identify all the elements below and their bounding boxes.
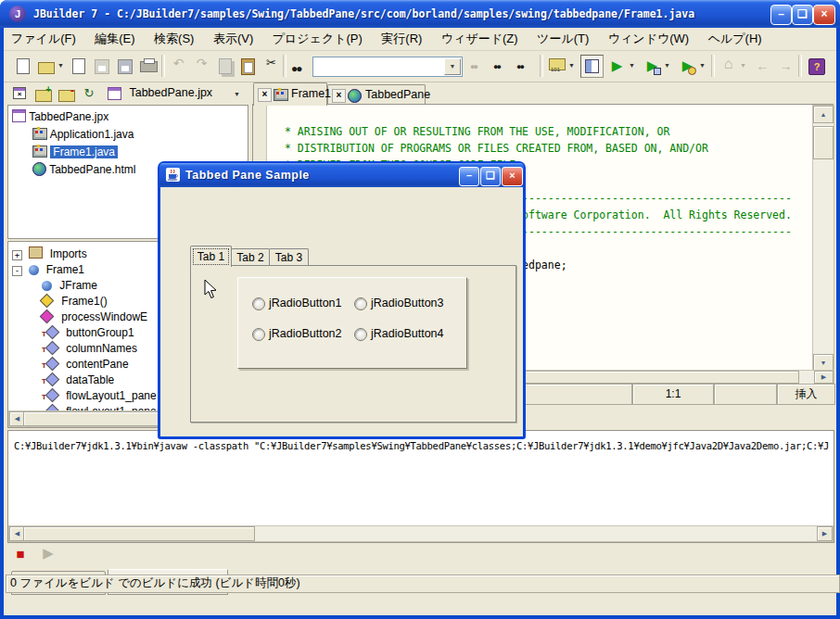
debug-button[interactable]: ▶	[641, 55, 664, 78]
editor-tab-tabbedpane[interactable]: × TabbedPane	[327, 84, 426, 106]
search-again-button[interactable]: ●●	[467, 55, 490, 78]
save-button[interactable]	[90, 55, 113, 78]
home-button[interactable]: ⌂	[717, 55, 740, 78]
tabbed-pane-sample-window[interactable]: Tabbed Pane Sample – ❏ × Tab 1 Tab 2 Tab…	[158, 161, 526, 439]
tree-item-frame1-java[interactable]: Frame1.java	[32, 145, 118, 160]
search-input[interactable]	[315, 59, 445, 74]
forward-button[interactable]: →	[774, 55, 797, 78]
dialog-tab-2[interactable]: Tab 2	[231, 248, 270, 267]
save-icon	[95, 59, 109, 74]
find-references-button[interactable]: ●●	[514, 55, 537, 78]
dialog-close-button[interactable]: ×	[502, 167, 523, 186]
run-button[interactable]: ▶	[605, 55, 629, 78]
menu-file[interactable]: ファイル(F)	[4, 28, 83, 50]
tree-item-project[interactable]: TabbedPane.jpx	[12, 109, 108, 125]
refresh-project-button[interactable]: ↻	[79, 83, 99, 104]
menu-help[interactable]: ヘルプ(H)	[701, 28, 770, 50]
open-file-button[interactable]	[34, 55, 57, 78]
view-toggle-button[interactable]	[580, 55, 604, 78]
menu-view[interactable]: 表示(V)	[206, 28, 261, 50]
run-dropdown[interactable]: ▼	[629, 62, 635, 69]
dialog-tab-3[interactable]: Tab 3	[269, 248, 309, 267]
maximize-button[interactable]: ❏	[792, 5, 813, 25]
structure-item-processwindowevent[interactable]: processWindowE	[42, 310, 147, 325]
structure-item-columnnames[interactable]: T columnNames	[42, 341, 137, 357]
remove-from-project-button[interactable]: -	[56, 83, 76, 104]
resume-button[interactable]: ▶	[39, 543, 57, 563]
close-project-button[interactable]: ×	[9, 83, 30, 104]
find-button[interactable]: ●●	[288, 55, 312, 78]
search-help-icon: ●●	[493, 62, 500, 71]
copy-button[interactable]	[213, 55, 236, 78]
scroll-right-button[interactable]: ▶	[814, 371, 834, 384]
profile-button[interactable]: ▶	[676, 55, 699, 78]
editor-vscrollbar[interactable]: ▲ ▼	[812, 105, 834, 372]
tree-item-application1-java[interactable]: Application1.java	[32, 127, 134, 143]
search-combo-dropdown[interactable]: ▼	[444, 58, 461, 75]
radio-panel: jRadioButton1 jRadioButton3 jRadioButton…	[237, 277, 467, 369]
structure-item-imports[interactable]: + Imports	[12, 246, 87, 262]
minimize-button[interactable]: –	[770, 5, 792, 25]
search-combobox[interactable]: ▼	[312, 57, 463, 77]
menu-tools[interactable]: ツール(T)	[529, 28, 596, 50]
dialog-minimize-button[interactable]: –	[459, 167, 479, 186]
project-node-icon	[12, 109, 26, 122]
scroll-thumb[interactable]	[813, 126, 834, 159]
structure-item-contentpane[interactable]: T contentPane	[42, 357, 129, 373]
dialog-tab-1[interactable]: Tab 1	[190, 246, 232, 267]
menu-window[interactable]: ウィンドウ(W)	[601, 28, 696, 50]
structure-item-datatable[interactable]: T dataTable	[42, 373, 114, 388]
editor-tab-frame1[interactable]: × Frame1	[253, 82, 327, 106]
close-file-button[interactable]	[67, 55, 90, 78]
main-titlebar[interactable]: J JBuilder 7 - C:/JBuilder7/samples/Swin…	[0, 0, 840, 28]
undo-button[interactable]: ↶	[167, 55, 190, 78]
menu-edit[interactable]: 編集(E)	[87, 28, 142, 50]
make-project-button[interactable]: 101	[545, 55, 568, 78]
tree-item-tabbedpane-html[interactable]: TabbedPane.html	[32, 162, 136, 178]
help-button[interactable]: ?	[805, 55, 828, 78]
close-button[interactable]: ×	[813, 5, 835, 25]
save-all-button[interactable]	[113, 55, 136, 78]
cut-button[interactable]: ✂	[260, 55, 283, 78]
project-selector[interactable]: TabbedPane.jpx	[108, 85, 212, 102]
home-dropdown[interactable]: ▼	[740, 62, 746, 69]
structure-item-constructor[interactable]: Frame1()	[42, 294, 108, 310]
radio-jradiobutton1[interactable]	[252, 297, 265, 310]
make-project-dropdown[interactable]: ▼	[568, 62, 575, 69]
menu-search[interactable]: 検索(S)	[146, 28, 201, 50]
structure-item-flowlayout1-panel[interactable]: T flowLayout1_pane	[42, 388, 157, 404]
scroll-right-button[interactable]: ▶	[817, 526, 833, 541]
project-selector-dropdown[interactable]: ▼	[234, 91, 240, 97]
new-file-button[interactable]	[11, 55, 34, 78]
structure-item-label: JFrame	[59, 279, 97, 292]
debug-dropdown[interactable]: ▼	[664, 62, 670, 69]
stop-button[interactable]: ■	[11, 545, 30, 563]
menu-project[interactable]: プロジェクト(P)	[265, 28, 370, 50]
menu-wizard[interactable]: ウィザード(Z)	[434, 28, 526, 50]
profile-dropdown[interactable]: ▼	[699, 62, 706, 69]
dialog-maximize-button[interactable]: ❏	[480, 167, 501, 186]
console-output[interactable]: C:¥JBuilder7¥jdk1.3.1¥bin¥javaw -classpa…	[7, 430, 834, 543]
expand-icon[interactable]: +	[12, 250, 22, 260]
scroll-thumb[interactable]	[23, 526, 255, 541]
collapse-icon[interactable]: -	[12, 266, 22, 276]
radio-jradiobutton3[interactable]	[354, 297, 367, 310]
radio-jradiobutton2[interactable]	[252, 328, 265, 341]
scroll-up-button[interactable]: ▲	[813, 106, 834, 123]
redo-button[interactable]: ↷	[190, 55, 213, 78]
dialog-titlebar[interactable]: Tabbed Pane Sample – ❏ ×	[159, 163, 524, 187]
back-button[interactable]: ←	[751, 55, 774, 78]
console-hscrollbar[interactable]: ◀ ▶	[8, 525, 834, 542]
print-button[interactable]	[136, 55, 159, 78]
structure-item-buttongroup1[interactable]: T buttonGroup1	[42, 325, 134, 341]
structure-item-jframe[interactable]: JFrame	[42, 278, 97, 294]
search-help-button[interactable]: ●●	[490, 55, 514, 78]
paste-button[interactable]	[236, 55, 260, 78]
add-to-project-button[interactable]: +	[32, 83, 53, 104]
close-tab-button[interactable]: ×	[258, 88, 272, 102]
menu-run[interactable]: 実行(R)	[374, 28, 429, 50]
structure-item-frame1[interactable]: - Frame1	[12, 262, 84, 278]
close-tab-button[interactable]: ×	[332, 89, 346, 103]
open-file-dropdown[interactable]: ▼	[57, 62, 64, 69]
radio-jradiobutton4[interactable]	[354, 328, 367, 341]
